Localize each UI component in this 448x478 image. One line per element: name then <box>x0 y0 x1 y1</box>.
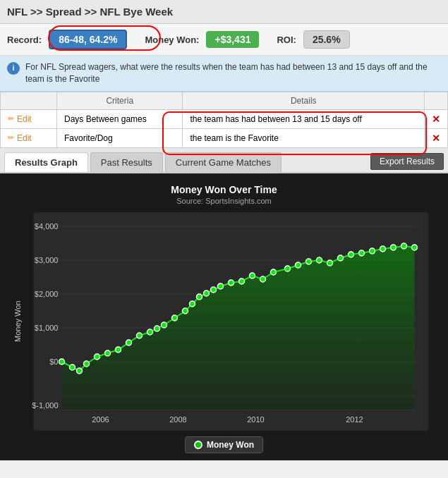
svg-point-38 <box>271 269 277 275</box>
tab-current-game-matches[interactable]: Current Game Matches <box>165 152 281 172</box>
roi-badge: 25.6% <box>303 30 350 49</box>
info-text: For NFL Spread wagers, what were the res… <box>25 61 441 85</box>
chart-legend: Money Won <box>11 436 437 453</box>
tab-past-results[interactable]: Past Results <box>90 152 163 172</box>
roi-label: ROI: <box>277 35 296 45</box>
table-row: ✏ Edit Days Between games the team has h… <box>1 109 448 128</box>
svg-point-21 <box>116 347 121 353</box>
tab-results-graph[interactable]: Results Graph <box>4 152 88 172</box>
svg-point-29 <box>190 301 195 307</box>
info-bar: i For NFL Spread wagers, what were the r… <box>0 56 448 92</box>
money-badge: +$3,431 <box>206 31 259 48</box>
svg-text:2012: 2012 <box>346 415 363 424</box>
tabs-bar: Results Graph Past Results Current Game … <box>0 148 448 173</box>
svg-point-17 <box>77 368 83 374</box>
svg-point-49 <box>391 245 396 250</box>
svg-point-35 <box>239 278 245 284</box>
svg-point-22 <box>126 340 132 345</box>
svg-point-37 <box>260 276 266 282</box>
pencil-icon: ✏ <box>8 114 14 123</box>
pencil-icon-2: ✏ <box>8 133 14 142</box>
svg-point-47 <box>370 248 375 254</box>
record-badge: 86-48, 64.2% <box>49 30 127 49</box>
svg-point-39 <box>285 266 291 271</box>
export-results-button[interactable]: Export Results <box>370 153 444 170</box>
svg-point-18 <box>84 361 90 367</box>
y-axis-label: Money Won <box>11 212 25 431</box>
svg-text:$3,000: $3,000 <box>35 256 59 264</box>
svg-point-45 <box>349 252 354 257</box>
svg-text:2008: 2008 <box>169 415 186 424</box>
delete-icon-row1[interactable]: ✕ <box>432 114 440 125</box>
svg-point-36 <box>250 273 255 278</box>
svg-point-46 <box>359 250 365 256</box>
criteria-cell-1: Days Between games <box>57 109 183 128</box>
svg-point-42 <box>317 257 322 263</box>
svg-text:$-1,000: $-1,000 <box>32 401 58 410</box>
chart-container: Money Won Over Time Source: SportsInsigh… <box>0 173 448 460</box>
svg-point-26 <box>162 322 167 328</box>
svg-text:$2,000: $2,000 <box>35 290 59 298</box>
chart-inner: $4,000 $3,000 $2,000 $1,000 $0 $-1,000 <box>25 212 437 431</box>
svg-point-25 <box>155 326 160 331</box>
criteria-column-header: Criteria <box>57 92 183 109</box>
breadcrumb: NFL >> Spread >> NFL Bye Week <box>0 0 448 24</box>
chart-title: Money Won Over Time <box>11 184 437 195</box>
record-bar: Record: 86-48, 64.2% Money Won: +$3,431 … <box>0 24 448 56</box>
criteria-cell-2: Favorite/Dog <box>57 128 183 147</box>
svg-point-34 <box>229 280 234 286</box>
svg-point-44 <box>338 255 344 261</box>
legend-label: Money Won <box>207 440 254 450</box>
svg-text:2006: 2006 <box>92 415 109 424</box>
svg-point-32 <box>211 287 217 293</box>
record-label: Record: <box>7 35 42 45</box>
svg-point-31 <box>204 290 210 296</box>
svg-point-16 <box>70 364 75 370</box>
chart-svg: $4,000 $3,000 $2,000 $1,000 $0 $-1,000 <box>25 212 437 431</box>
svg-point-15 <box>59 359 65 364</box>
svg-point-20 <box>105 350 111 356</box>
svg-point-24 <box>147 329 153 335</box>
svg-point-51 <box>412 245 418 250</box>
svg-point-48 <box>380 246 386 252</box>
edit-link-row1[interactable]: Edit <box>17 114 32 124</box>
svg-text:$0: $0 <box>49 357 58 366</box>
details-column-header: Details <box>183 92 425 109</box>
info-icon: i <box>7 62 20 75</box>
svg-point-23 <box>137 333 143 338</box>
svg-text:2010: 2010 <box>247 415 264 424</box>
svg-point-41 <box>306 259 312 264</box>
criteria-table: Criteria Details ✏ Edit Days Between gam… <box>0 92 448 148</box>
svg-text:$1,000: $1,000 <box>35 324 59 332</box>
svg-point-40 <box>296 262 301 268</box>
details-cell-1: the team has had between 13 and 15 days … <box>183 109 425 128</box>
money-label: Money Won: <box>145 35 199 45</box>
svg-text:$4,000: $4,000 <box>35 222 59 231</box>
delete-icon-row2[interactable]: ✕ <box>432 133 440 144</box>
svg-point-28 <box>183 308 188 314</box>
svg-point-30 <box>197 294 202 300</box>
svg-point-43 <box>327 260 333 266</box>
details-cell-2: the team is the Favorite <box>183 128 425 147</box>
table-row: ✏ Edit Favorite/Dog the team is the Favo… <box>1 128 448 147</box>
svg-point-27 <box>172 315 178 321</box>
svg-point-33 <box>218 283 224 289</box>
svg-point-19 <box>95 354 100 360</box>
chart-subtitle: Source: SportsInsights.com <box>11 197 437 205</box>
legend-dot <box>194 441 202 449</box>
edit-link-row2[interactable]: Edit <box>17 133 32 143</box>
svg-point-50 <box>401 243 407 249</box>
